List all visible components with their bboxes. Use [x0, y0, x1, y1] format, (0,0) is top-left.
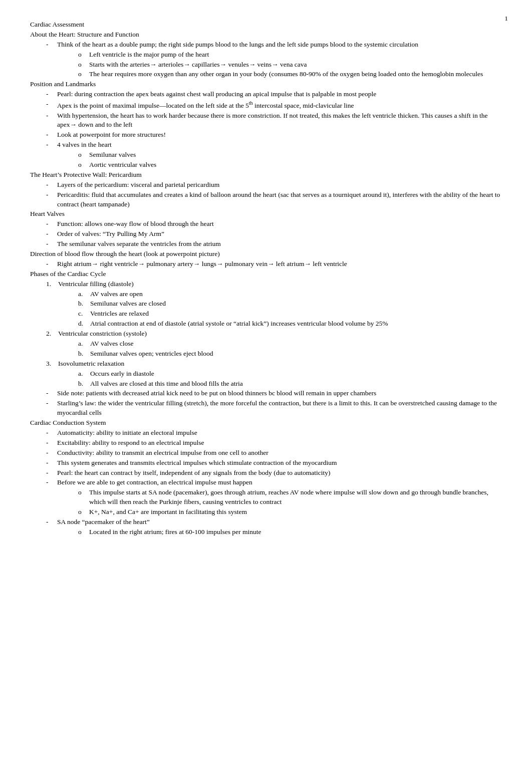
document-body: Cardiac Assessment About the Heart: Stru…: [30, 20, 502, 537]
phases-heading: Phases of the Cardiac Cycle: [30, 270, 502, 279]
conduction-b6-sub1: o This impulse starts at SA node (pacema…: [78, 488, 502, 507]
pericardium-heading: The Heart’s Protective Wall: Pericardium: [30, 170, 502, 180]
conduction-b6: - Before we are able to get contraction,…: [46, 478, 502, 487]
phases-side1: - Side note: patients with decreased atr…: [46, 389, 502, 398]
heartvalves-b1: - Function: allows one-way flow of blood…: [46, 219, 502, 229]
phase-3-heading: 3. Isovolumetric relaxation: [46, 359, 502, 369]
about-heading: About the Heart: Structure and Function: [30, 30, 502, 40]
phase-1-heading: 1. Ventricular filling (diastole): [46, 280, 502, 289]
pericardium-b2: - Pericarditis: fluid that accumulates a…: [46, 190, 502, 209]
phases-side2: - Starling’s law: the wider the ventricu…: [46, 399, 502, 418]
page-number: 1: [504, 14, 508, 24]
conduction-b7: - SA node “pacemaker of the heart”: [46, 517, 502, 527]
phase-2-heading: 2. Ventricular constriction (systole): [46, 329, 502, 339]
about-sub-3: o The hear requires more oxygen than any…: [78, 70, 502, 79]
conduction-b5: - Pearl: the heart can contract by itsel…: [46, 468, 502, 478]
phase-3a: a. Occurs early in diastole: [78, 369, 502, 379]
about-sub-2: o Starts with the arteries→ arterioles→ …: [78, 60, 502, 70]
phase-2b: b. Semilunar valves open; ventricles eje…: [78, 349, 502, 359]
position-b5: - 4 valves in the heart: [46, 140, 502, 150]
position-heading: Position and Landmarks: [30, 80, 502, 89]
position-b5-sub2: o Aortic ventricular valves: [78, 160, 502, 170]
phase-1b: b. Semilunar valves are closed: [78, 299, 502, 309]
direction-heading: Direction of blood flow through the hear…: [30, 249, 502, 259]
conduction-heading: Cardiac Conduction System: [30, 418, 502, 428]
pericardium-b1: - Layers of the pericardium: visceral an…: [46, 180, 502, 190]
phase-2a: a. AV valves close: [78, 339, 502, 349]
conduction-b2: - Excitability: ability to respond to an…: [46, 438, 502, 448]
phase-1a: a. AV valves are open: [78, 290, 502, 299]
position-b3: - With hypertension, the heart has to wo…: [46, 111, 502, 130]
position-b5-sub1: o Semilunar valves: [78, 150, 502, 160]
conduction-b4: - This system generates and transmits el…: [46, 458, 502, 468]
position-b1: - Pearl: during contraction the apex bea…: [46, 90, 502, 99]
conduction-b1: - Automaticity: ability to initiate an e…: [46, 428, 502, 438]
about-sub-1: o Left ventricle is the major pump of th…: [78, 50, 502, 60]
heartvalves-b3: - The semilunar valves separate the vent…: [46, 239, 502, 249]
phase-1d: d. Atrial contraction at end of diastole…: [78, 319, 502, 329]
phase-1c: c. Ventricles are relaxed: [78, 309, 502, 319]
conduction-b3: - Conductivity: ability to transmit an e…: [46, 448, 502, 458]
phase-3b: b. All valves are closed at this time an…: [78, 379, 502, 389]
position-b2: - Apex is the point of maximal impulse—l…: [46, 100, 502, 110]
position-b4: - Look at powerpoint for more structures…: [46, 130, 502, 140]
about-bullet-1: - Think of the heart as a double pump; t…: [46, 40, 502, 50]
conduction-b6-sub2: o K+, Na+, and Ca+ are important in faci…: [78, 507, 502, 517]
heartvalves-heading: Heart Valves: [30, 209, 502, 219]
direction-b1: - Right atrium→ right ventricle→ pulmona…: [46, 259, 502, 269]
heartvalves-b2: - Order of valves: “Try Pulling My Arm”: [46, 229, 502, 239]
cardiac-assessment-title: Cardiac Assessment: [30, 20, 502, 30]
conduction-b7-sub1: o Located in the right atrium; fires at …: [78, 528, 502, 537]
